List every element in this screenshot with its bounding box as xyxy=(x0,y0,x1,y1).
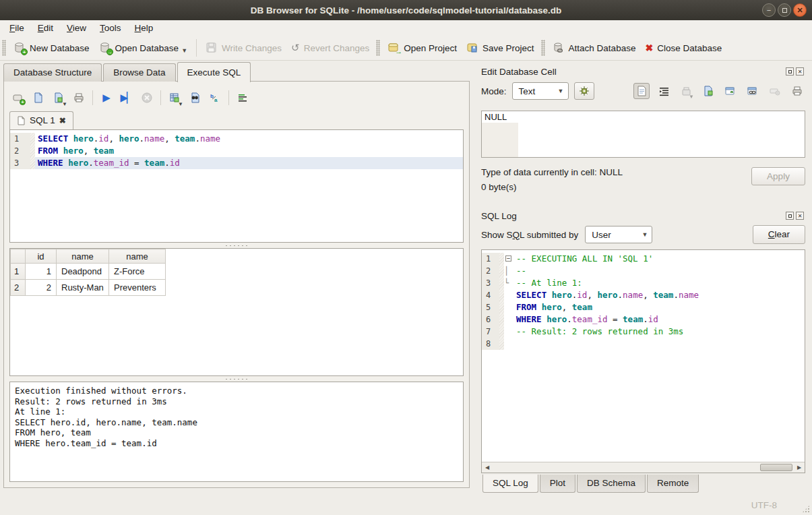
tab-database-structure[interactable]: Database Structure xyxy=(3,63,102,82)
editor-results-splitter[interactable] xyxy=(9,243,464,248)
tab-browse-data[interactable]: Browse Data xyxy=(103,63,175,82)
print-icon xyxy=(73,92,84,103)
tab-execute-sql[interactable]: Execute SQL xyxy=(177,62,251,82)
column-header-name2[interactable]: name xyxy=(109,249,166,264)
word-wrap-toggle[interactable] xyxy=(656,83,672,99)
execute-current-line-button[interactable]: ▶▏ xyxy=(118,89,135,107)
toolbar-drag-handle[interactable] xyxy=(541,40,545,56)
attach-database-button[interactable]: Attach Database xyxy=(548,39,641,57)
chevron-down-icon: ▼ xyxy=(642,231,648,238)
window-title: DB Browser for SQLite - /home/user/code/… xyxy=(0,5,812,16)
tab-sql-log[interactable]: SQL Log xyxy=(482,475,538,493)
cell-value-editor[interactable]: NULL xyxy=(481,111,805,158)
toolbar-drag-handle[interactable] xyxy=(376,40,380,56)
open-database-button[interactable]: → Open Database ▼ xyxy=(94,39,193,57)
word-wrap-button[interactable] xyxy=(234,89,251,107)
menu-tools[interactable]: Tools xyxy=(93,22,128,34)
column-header-id[interactable]: id xyxy=(26,249,57,264)
menu-edit[interactable]: Edit xyxy=(31,22,60,34)
toolbar-separator xyxy=(160,90,161,105)
float-dock-icon[interactable] xyxy=(786,67,794,75)
execute-sql-pane: + ▼ ▶ ▶▏ xyxy=(3,81,470,488)
execute-all-icon: ▶ xyxy=(102,92,111,104)
horizontal-scrollbar[interactable]: ◀ ▶ xyxy=(482,462,805,473)
cell[interactable]: 1 xyxy=(26,264,57,280)
tab-db-schema[interactable]: DB Schema xyxy=(577,475,646,493)
print-cell-button[interactable] xyxy=(789,83,805,99)
menu-view[interactable]: View xyxy=(60,22,93,34)
menu-file[interactable]: File xyxy=(3,22,31,34)
sql-log-filter-row: Show SQL submitted by User▼ Clear xyxy=(481,222,805,247)
scrollbar-track[interactable] xyxy=(493,462,794,473)
sql-1-tab[interactable]: SQL 1 ✖ xyxy=(9,111,73,129)
stop-icon xyxy=(142,92,152,103)
close-dock-icon[interactable]: ✕ xyxy=(796,67,804,75)
sql-file-icon xyxy=(17,116,26,125)
open-in-external-app-button[interactable] xyxy=(745,83,761,99)
save-sql-file-button[interactable]: ▼ xyxy=(50,89,67,107)
save-project-button[interactable]: Save Project xyxy=(462,39,539,57)
tab-remote[interactable]: Remote xyxy=(647,475,699,493)
results-message-splitter[interactable] xyxy=(9,376,464,382)
open-sql-file-button[interactable] xyxy=(30,89,47,107)
resize-grip-icon[interactable] xyxy=(802,505,810,513)
attach-database-icon xyxy=(553,42,565,54)
sql-log-title: SQL Log xyxy=(481,211,786,221)
tab-plot[interactable]: Plot xyxy=(540,475,575,493)
execution-message: Execution finished without errors. Resul… xyxy=(9,382,464,482)
auto-format-button[interactable]: ba xyxy=(206,89,224,107)
scroll-left-icon[interactable]: ◀ xyxy=(482,464,493,471)
svg-text:a: a xyxy=(214,97,218,103)
sql-editor[interactable]: 1SELECT hero.id, hero.name, team.name2FR… xyxy=(9,129,464,243)
row-header[interactable]: 2 xyxy=(11,280,26,296)
open-database-dropdown-arrow[interactable]: ▼ xyxy=(181,47,187,54)
set-null-icon xyxy=(770,86,780,96)
toolbar-drag-handle[interactable] xyxy=(2,40,6,56)
cell[interactable]: 2 xyxy=(26,280,57,296)
close-dock-icon[interactable]: ✕ xyxy=(796,212,804,220)
clear-log-button[interactable]: Clear xyxy=(753,225,805,244)
new-sql-tab-button[interactable]: + xyxy=(9,89,27,107)
sql-toolbar: + ▼ ▶ ▶▏ xyxy=(9,87,464,109)
apply-settings-button[interactable] xyxy=(574,82,594,100)
scroll-right-icon[interactable]: ▶ xyxy=(794,464,805,471)
encoding-indicator: UTF-8 xyxy=(751,500,777,510)
submitted-by-select[interactable]: User▼ xyxy=(585,226,652,243)
cell[interactable]: Rusty-Man xyxy=(57,280,109,296)
column-header-name[interactable]: name xyxy=(57,249,109,264)
text-view-toggle[interactable] xyxy=(633,83,650,99)
close-tab-icon[interactable]: ✖ xyxy=(59,116,66,125)
print-sql-button[interactable] xyxy=(70,89,88,107)
export-results-button[interactable]: ▼ xyxy=(166,89,183,107)
menu-help[interactable]: Help xyxy=(128,22,160,34)
cell[interactable]: Z-Force xyxy=(109,264,166,280)
maximize-button[interactable] xyxy=(778,3,791,17)
word-wrap-icon xyxy=(237,92,248,103)
edit-cell-toolbar: Mode: Text▼ ▼ xyxy=(481,80,805,102)
find-replace-button[interactable] xyxy=(186,89,204,107)
open-project-button[interactable]: → Open Project xyxy=(383,39,462,57)
mode-select[interactable]: Text▼ xyxy=(512,82,569,100)
result-row: 2 2 Rusty-Man Preventers xyxy=(11,280,166,296)
import-data-button[interactable] xyxy=(700,83,716,99)
write-changes-button: Write Changes xyxy=(201,39,286,57)
close-button[interactable]: ✕ xyxy=(793,3,807,17)
new-database-button[interactable]: + New Database xyxy=(9,39,94,57)
close-database-button[interactable]: ✖ Close Database xyxy=(640,39,726,57)
export-data-button[interactable] xyxy=(722,83,739,99)
row-header[interactable]: 1 xyxy=(11,264,26,280)
scrollbar-thumb[interactable] xyxy=(760,464,792,471)
document-icon xyxy=(637,86,647,96)
execute-line-icon: ▶▏ xyxy=(120,92,133,104)
find-icon xyxy=(189,92,200,103)
sql-log-view[interactable]: 1−-- EXECUTING ALL IN 'SQL 1'2│--3└-- At… xyxy=(481,249,805,473)
execute-all-button[interactable]: ▶ xyxy=(98,89,115,107)
minimize-button[interactable]: − xyxy=(762,3,776,17)
status-bar: UTF-8 xyxy=(0,495,812,515)
cell[interactable]: Preventers xyxy=(109,280,166,296)
cell[interactable]: Deadpond xyxy=(57,264,109,280)
write-changes-icon xyxy=(206,42,218,54)
print-icon xyxy=(792,86,803,96)
open-database-icon: → xyxy=(99,42,111,54)
float-dock-icon[interactable] xyxy=(786,212,794,220)
